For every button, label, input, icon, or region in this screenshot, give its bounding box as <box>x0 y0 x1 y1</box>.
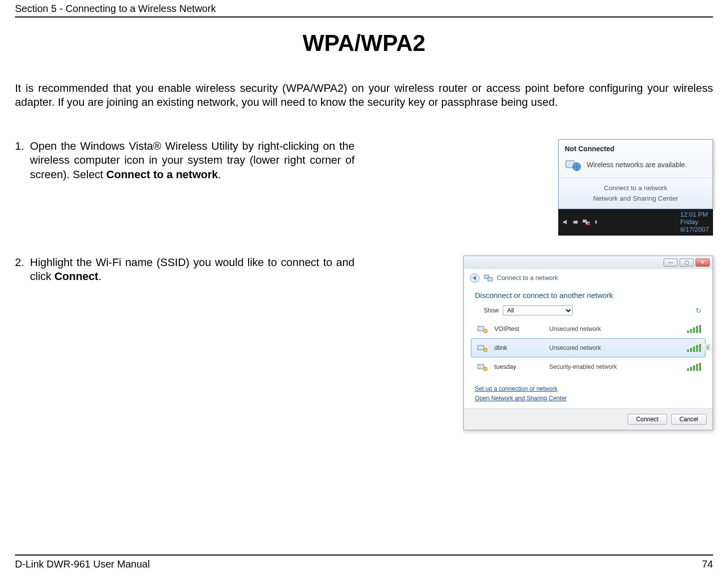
svg-rect-4 <box>573 222 574 223</box>
tray-icons <box>562 219 598 226</box>
svg-rect-17 <box>478 364 484 369</box>
network-row-dlink[interactable]: dlink Unsecured network <box>471 338 706 357</box>
step-1-bold: Connect to a network <box>106 168 218 181</box>
footer-rule <box>15 555 713 556</box>
link-open-sharing-center[interactable]: Open Network and Sharing Center <box>475 394 702 403</box>
network-name: tuesday <box>494 363 544 370</box>
popup-link-connect[interactable]: Connect to a network <box>559 183 713 193</box>
popup-status: Not Connected <box>559 140 713 156</box>
svg-rect-12 <box>488 278 492 281</box>
svg-marker-2 <box>563 220 567 225</box>
network-row-voiptest[interactable]: VOIPtest Unsecured network <box>471 319 706 338</box>
step-2-bold: Connect <box>54 270 98 283</box>
page-title: WPA/WPA2 <box>15 29 713 56</box>
svg-rect-3 <box>574 221 578 224</box>
tray-date: 8/17/2007 <box>680 226 709 234</box>
signal-bars-icon <box>687 344 701 352</box>
signal-bars-icon <box>687 363 701 371</box>
step-2-body: Highlight the Wi-Fi name (SSID) you woul… <box>30 256 355 284</box>
step-1-row: 1. Open the Windows Vista® Wireless Util… <box>15 139 713 235</box>
refresh-icon[interactable]: ↻ <box>696 306 702 314</box>
popup-available-row: Wireless networks are available. <box>559 156 713 178</box>
step-2-row: 2. Highlight the Wi-Fi name (SSID) you w… <box>15 256 713 430</box>
step-1-post: . <box>218 168 221 181</box>
steps-container: 1. Open the Windows Vista® Wireless Util… <box>15 139 713 430</box>
plug-icon[interactable] <box>572 219 579 226</box>
step-1-number: 1. <box>15 139 30 181</box>
back-icon[interactable] <box>470 273 480 283</box>
network-crumb-icon <box>484 274 493 282</box>
system-tray: 12:01 PM Friday 8/17/2007 <box>558 209 713 236</box>
dialog-button-bar: Connect Cancel <box>464 408 713 430</box>
tray-day: Friday <box>680 219 709 226</box>
svg-marker-8 <box>595 220 597 225</box>
network-security: Unsecured network <box>549 325 682 332</box>
network-name: dlink <box>494 344 544 351</box>
popup-available-text: Wireless networks are available. <box>587 161 687 169</box>
step-1-body: Open the Windows Vista® Wireless Utility… <box>30 139 355 181</box>
connect-network-dialog: — ▢ ✕ Connect to a network Disconnect or… <box>463 256 713 430</box>
dialog-links: Set up a connection or network Open Netw… <box>464 376 713 408</box>
cancel-button[interactable]: Cancel <box>671 414 707 425</box>
section-header: Section 5 - Connecting to a Wireless Net… <box>15 0 713 16</box>
network-security: Unsecured network <box>549 344 682 351</box>
popup-link-sharing-center[interactable]: Network and Sharing Center <box>559 194 713 204</box>
show-label: Show <box>484 307 499 314</box>
svg-point-16 <box>483 348 487 352</box>
step-2-number: 2. <box>15 256 30 284</box>
svg-rect-13 <box>478 326 484 331</box>
chevron-left-icon[interactable] <box>593 219 598 226</box>
header-rule <box>15 16 713 17</box>
network-row-tuesday[interactable]: tuesday Security-enabled network <box>471 357 706 376</box>
wifi-icon <box>475 362 489 372</box>
network-list: VOIPtest Unsecured network dlink Unsecur… <box>464 319 713 376</box>
network-globe-icon <box>565 158 582 172</box>
show-select[interactable]: All <box>503 305 573 315</box>
link-setup-connection[interactable]: Set up a connection or network <box>475 384 702 394</box>
dialog-filter-row: Show All ↻ <box>464 305 713 319</box>
step-1-text: 1. Open the Windows Vista® Wireless Util… <box>15 139 355 181</box>
signal-bars-icon <box>687 325 701 333</box>
svg-point-14 <box>483 329 487 333</box>
network-tray-icon[interactable] <box>582 219 590 226</box>
tray-clock: 12:01 PM Friday 8/17/2007 <box>680 211 709 234</box>
step-2-post: . <box>98 270 101 283</box>
minimize-button[interactable]: — <box>664 259 678 267</box>
figure-1: Not Connected Wireless networks are avai… <box>558 139 713 235</box>
connect-button[interactable]: Connect <box>628 414 667 425</box>
svg-point-7 <box>587 223 590 226</box>
intro-paragraph: It is recommended that you enable wirele… <box>15 81 713 109</box>
popup-links: Connect to a network Network and Sharing… <box>559 178 713 209</box>
dialog-titlebar: — ▢ ✕ <box>464 256 713 269</box>
tray-time: 12:01 PM <box>680 211 709 219</box>
svg-point-18 <box>483 367 487 371</box>
network-name: VOIPtest <box>494 325 544 332</box>
dialog-breadcrumb: Connect to a network <box>464 269 713 287</box>
network-security: Security-enabled network <box>549 363 682 370</box>
svg-rect-15 <box>478 345 484 350</box>
wifi-icon <box>475 343 489 353</box>
close-button[interactable]: ✕ <box>696 259 710 267</box>
footer-manual: D-Link DWR-961 User Manual <box>15 559 150 570</box>
footer-page-number: 74 <box>702 559 713 570</box>
vista-tray-popup: Not Connected Wireless networks are avai… <box>558 139 713 209</box>
dialog-crumb-text: Connect to a network <box>497 274 558 282</box>
step-2-text: 2. Highlight the Wi-Fi name (SSID) you w… <box>15 256 355 284</box>
maximize-button[interactable]: ▢ <box>680 259 694 267</box>
wifi-icon <box>475 324 489 334</box>
scroll-marker: E <box>705 344 712 351</box>
volume-icon[interactable] <box>562 219 569 226</box>
page-footer: D-Link DWR-961 User Manual 74 <box>15 555 713 570</box>
dialog-subtitle: Disconnect or connect to another network <box>464 287 713 305</box>
